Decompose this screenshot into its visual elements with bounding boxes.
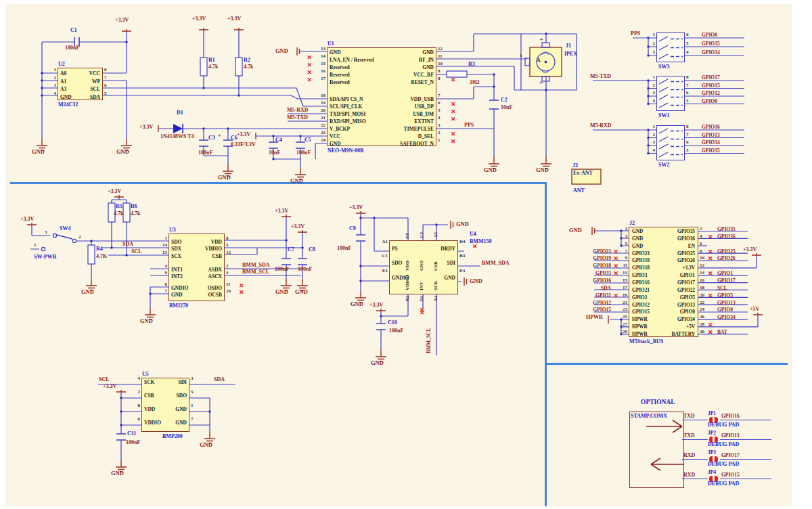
connector-j2-bus[interactable]: J2 1 GNDGPIO35 2GPIO35 3 GNDGPIO36 4✕GPI…: [629, 227, 698, 337]
j3-box-label[interactable]: Ex-ANT: [573, 170, 593, 176]
debug-pad-row[interactable]: TXD JP2 GPIO13 DEBUG PAD: [682, 430, 784, 450]
sw4-pin1: 1: [34, 242, 37, 248]
wire: [682, 439, 708, 440]
bus-pin-row: 3 GNDGPIO36 4✕GPIO36: [629, 236, 698, 243]
switch-row[interactable]: 3 6GPIO34: [657, 142, 684, 150]
pin-row: SDO5: [166, 392, 189, 405]
switch-row[interactable]: 3 4GPIO34: [657, 52, 684, 61]
ref-r2: R2: [244, 57, 250, 63]
switch-pole-icon: [658, 35, 684, 43]
switch-row[interactable]: 2 7GPIO15: [657, 85, 684, 93]
power-5v: +5V: [750, 306, 759, 312]
val-c11: 100nF: [126, 439, 140, 445]
switch-row[interactable]: 4 5GPIO35: [657, 150, 684, 158]
ref-u4: U4: [470, 231, 476, 237]
pin-row: ✕16Reserved: [328, 71, 382, 79]
name-j2: M5Stack_BUS: [629, 338, 663, 345]
net-bmm-scl-vertical: BMM_SCL: [426, 310, 432, 353]
pin-row: OCSB10✕: [197, 291, 225, 298]
debug-pad-row[interactable]: RXD JP3 GPIO17 DEBUG PAD: [682, 450, 784, 470]
val-r3: 10Ω: [470, 79, 479, 85]
pin-row: OSDO11✕: [197, 284, 225, 292]
pin-row: RF_IN11: [382, 56, 436, 64]
ref-u2: U2: [58, 61, 65, 67]
debug-pad-row[interactable]: TXD JP1 GPIO16 DEBUG PAD: [682, 411, 784, 430]
net-bmm-sda: BMM_SDA: [482, 260, 509, 266]
pin-row: SCL6: [81, 85, 103, 93]
switch-row[interactable]: 3 6GPIO12: [657, 93, 684, 101]
ref-c3: C3: [208, 135, 215, 141]
val-c6: 0.22F/3.3V: [231, 141, 256, 148]
gpio-net-label: GPIO13: [721, 433, 740, 439]
pin-row: 18SDA/SPI CS_N: [328, 95, 382, 103]
gnd-label: GND: [295, 288, 308, 295]
chip-u5-barometer[interactable]: U5 4SCK2CSB8VDD6VDDIO SDI3SDO5GND1GND7 B…: [141, 378, 189, 432]
section-divider-top: [10, 182, 546, 184]
schematic-canvas: U2 1A02A13A34GND VCC8WP7SCL6SDA5 M24C32 …: [0, 0, 812, 509]
signal-label: TXD: [683, 413, 695, 419]
signal-label: RXD: [683, 452, 695, 458]
switch-sw2[interactable]: 1 8GPIO16 2 7GPIO13 3 6GPIO34 4 5GPIO35 …: [656, 125, 685, 160]
gnd-tap-label: GND: [456, 221, 469, 227]
pin-row: 22V_B​CKP: [328, 125, 382, 133]
switch-row[interactable]: 1 6GPIO0: [657, 35, 684, 43]
pin-row: 23VCC: [328, 133, 382, 140]
power-3v3: +3.3V: [369, 302, 383, 308]
net-hpwr: HPWR: [586, 314, 603, 320]
wire: [682, 420, 708, 420]
name-u2: M24C32: [58, 102, 78, 108]
pin-row: 2A1: [58, 78, 81, 86]
val-c5: 100nF: [296, 150, 311, 156]
stamp-box[interactable]: STAMP.COMX: [629, 412, 684, 488]
switch-row[interactable]: 1 8GPIO16: [657, 127, 684, 135]
pin-row: SDIB4: [424, 259, 457, 274]
pin-row: 24GND: [328, 140, 382, 148]
switch-pole-icon: [658, 143, 684, 150]
bus-pin-row: GPIO1523 GPIO15GPIO0 24GPIO0: [629, 309, 698, 316]
pin-row: GND12: [382, 49, 436, 56]
ref-c10: C10: [388, 319, 397, 326]
switch-row[interactable]: 2 7GPIO13: [657, 135, 684, 143]
chip-u2-eeprom[interactable]: U2 1A02A13A34GND VCC8WP7SCL6SDA5 M24C32: [58, 68, 103, 100]
switch-row[interactable]: 2 5GPIO35: [657, 43, 684, 52]
chip-u4-magnetometer[interactable]: A1PSC1SDOE1GNDIO DRDYD4✕SDIB4GNDE3 E5VDD…: [389, 240, 458, 294]
signal-label: RXD: [683, 472, 695, 478]
pin-row: TIMEPULSE3: [382, 125, 436, 133]
power-3v3: +3.3V: [192, 16, 206, 22]
debug-pad-row[interactable]: RXD JP4 GPIO15 DEBUG PAD: [682, 470, 784, 489]
pin-row: VCC_RF9: [382, 71, 436, 79]
bus-pin-row: 1 GNDGPIO35 2GPIO35: [629, 228, 698, 236]
chip-u1-gps[interactable]: U1 13GND✕14LNA_EN / Reserved✕15Reserved✕…: [327, 47, 436, 146]
gnd-label: GND: [200, 441, 212, 448]
gnd-label: GND: [536, 167, 549, 173]
val-c4: 10uF: [269, 150, 280, 156]
val-r4: 4.7K: [96, 253, 107, 259]
bus-pin-row: 29 HPWRBATTERY 30✕BAT: [629, 331, 698, 338]
wire: [720, 459, 771, 460]
ref-c9: C9: [349, 225, 356, 231]
pin-row: 9INT2: [169, 273, 197, 280]
pin-row: USB_DP6✕: [382, 103, 436, 110]
ref-j1: J1: [566, 43, 571, 49]
gnd-tap-label: GND: [470, 278, 482, 284]
switch-sw1[interactable]: 1 8GPIO17 2 7GPIO15 3 6GPIO12 4 5GPIO0 S…: [656, 76, 685, 111]
pin-row: VCC8: [81, 70, 103, 78]
power-3v3: +3.3V: [275, 208, 288, 214]
pin-row: SDA5: [81, 93, 103, 102]
chip-u3-imu[interactable]: U3 1SDO14SDX13SCX 4INT19INT2 6GNDIO7GND …: [168, 234, 225, 301]
bus-pin-row: SDA17 GPIO21GPIO22 18SCL: [629, 287, 698, 294]
pin-row: 14SDX: [169, 245, 197, 252]
switch-sw3[interactable]: 1 6GPIO0 2 5GPIO35 3 4GPIO34 SW3: [656, 32, 685, 62]
switch-row[interactable]: 4 5GPIO0: [657, 101, 684, 109]
switch-row[interactable]: 1 8GPIO17: [657, 77, 684, 85]
bus-pin-row: GPIO2✕19 GPIO2GPIO5 20✕GPIO5: [629, 294, 698, 302]
gpio-net-label: GPIO16: [721, 413, 740, 419]
bus-pin-row: GPIO18✕11 GPIO18+3.3V 12: [629, 265, 698, 272]
gnd-label: GND: [218, 174, 231, 181]
power-3v3: +3.3V: [237, 131, 250, 137]
net-bmm-sda: BMM_SDA: [242, 262, 269, 268]
power-3v3: +3.3V: [20, 216, 34, 222]
debug-pad-rows: TXD JP1 GPIO16 DEBUG PAD TXD JP2 GPIO13 …: [682, 411, 784, 489]
pin-row: 13GND: [328, 49, 382, 56]
bus-pin-row: GPIO1221 GPIO12GPIO13 22GPIO13: [629, 302, 698, 309]
